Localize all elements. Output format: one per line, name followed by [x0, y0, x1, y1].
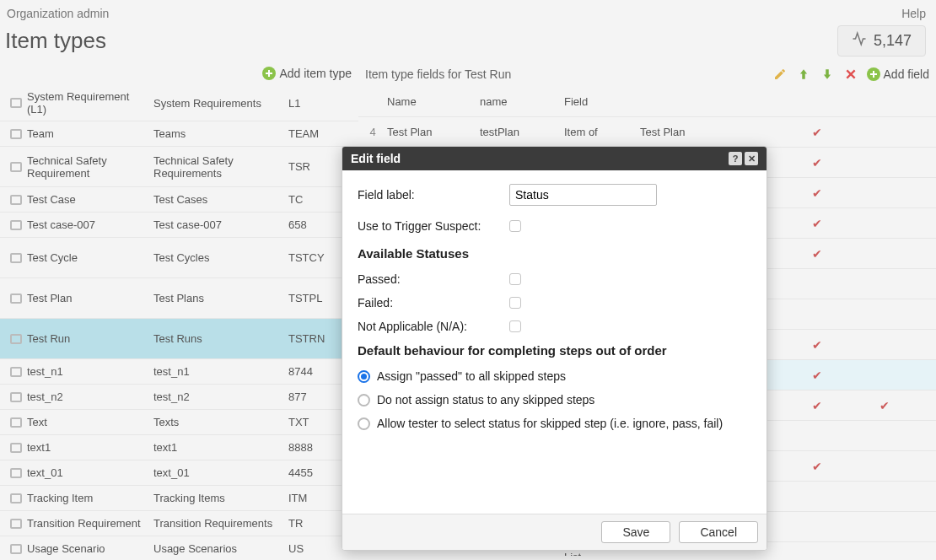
item-type-row[interactable]: Test RunTest RunsTSTRN: [0, 319, 358, 359]
item-type-key: 8744: [288, 365, 347, 378]
item-type-name: Test case-007: [27, 218, 153, 231]
item-type-row[interactable]: test_n1test_n18744: [0, 359, 358, 385]
field-check-1: ✔: [783, 217, 851, 230]
trigger-suspect-checkbox[interactable]: [509, 220, 521, 232]
counter-box[interactable]: 5,147: [837, 25, 926, 57]
item-type-row[interactable]: System Requirement (L1)System Requiremen…: [0, 85, 358, 121]
item-type-name: Test Run: [27, 332, 153, 345]
item-type-name: test_n2: [27, 390, 153, 403]
title-row: Item types 5,147: [0, 24, 936, 62]
add-item-type-button[interactable]: Add item type: [262, 67, 352, 80]
field-check-1: ✔: [783, 338, 851, 352]
radio-do-not-assign[interactable]: Do not assign status to any skipped step…: [358, 393, 751, 407]
item-type-key: TSTRN: [288, 332, 347, 345]
add-field-label: Add field: [884, 67, 929, 81]
item-type-row[interactable]: test_n2test_n2877: [0, 385, 358, 410]
item-type-plural: test_n2: [153, 390, 288, 403]
item-type-name: text_01: [27, 466, 153, 479]
item-type-icon: [5, 493, 27, 503]
item-type-key: US: [288, 542, 347, 555]
page-title: Item types: [5, 28, 106, 54]
item-type-row[interactable]: TeamTeamsTEAM: [0, 121, 358, 147]
item-type-icon: [5, 293, 27, 304]
item-type-icon: [5, 98, 27, 108]
item-type-key: TR: [288, 517, 347, 530]
item-type-row[interactable]: Usage ScenarioUsage ScenariosUS: [0, 536, 358, 556]
item-type-name: text1: [27, 441, 153, 454]
item-type-plural: text1: [153, 441, 288, 454]
plus-icon: [262, 67, 276, 80]
item-type-name: System Requirement (L1): [27, 90, 153, 116]
field-unique: testPlan: [480, 126, 564, 138]
radio-icon: [358, 394, 370, 407]
arrow-up-icon[interactable]: [796, 67, 811, 82]
fields-header-label: Item type fields for Test Run: [365, 67, 511, 81]
help-icon[interactable]: ?: [729, 152, 742, 165]
status-passed-checkbox[interactable]: [509, 273, 521, 285]
item-type-row[interactable]: TextTextsTXT: [0, 410, 358, 435]
item-type-row[interactable]: Tracking ItemTracking ItemsITM: [0, 486, 358, 511]
item-type-icon: [5, 468, 27, 478]
item-type-plural: Test case-007: [153, 218, 288, 231]
modal-titlebar[interactable]: Edit field ? ✕: [342, 147, 767, 170]
field-label-label: Field label:: [358, 188, 509, 202]
item-type-key: TSTCY: [288, 251, 347, 264]
item-type-plural: Technical Safety Requirements: [153, 154, 288, 180]
item-type-icon: [5, 392, 27, 402]
help-link[interactable]: Help: [901, 7, 926, 20]
item-type-row[interactable]: Test PlanTest PlansTSTPL: [0, 278, 358, 319]
item-type-icon: [5, 334, 27, 344]
radio-label: Assign "passed" to all skipped steps: [377, 369, 566, 383]
radio-allow-select[interactable]: Allow tester to select status for skippe…: [358, 417, 751, 430]
status-failed-label: Failed:: [358, 296, 509, 310]
item-type-icon: [5, 220, 27, 230]
item-type-row[interactable]: text_01text_014455: [0, 460, 358, 486]
arrow-down-icon[interactable]: [820, 67, 835, 82]
cancel-button[interactable]: Cancel: [679, 521, 758, 543]
radio-assign-passed[interactable]: Assign "passed" to all skipped steps: [358, 369, 751, 383]
add-field-button[interactable]: Add field: [867, 67, 929, 81]
radio-icon: [358, 370, 370, 383]
item-type-key: ITM: [288, 492, 347, 504]
item-type-row[interactable]: Test case-007Test case-007658: [0, 213, 358, 238]
item-type-row[interactable]: Test CycleTest CyclesTSTCY: [0, 238, 358, 278]
item-type-plural: Usage Scenarios: [153, 542, 288, 555]
field-check-1: ✔: [783, 186, 851, 200]
item-type-plural: Teams: [153, 127, 288, 140]
item-type-plural: System Requirements: [153, 97, 288, 110]
status-na-checkbox[interactable]: [509, 320, 521, 332]
save-button[interactable]: Save: [601, 521, 670, 543]
field-row[interactable]: 4Test PlantestPlanItem ofTest Plan✔: [358, 117, 936, 148]
plus-icon: [867, 67, 880, 81]
field-row[interactable]: NamenameField: [358, 87, 936, 117]
counter-value: 5,147: [874, 32, 912, 50]
status-failed-checkbox[interactable]: [509, 297, 521, 309]
field-type: List: [564, 551, 640, 556]
field-check-1: ✔: [783, 156, 851, 170]
item-type-plural: Test Cycles: [153, 251, 288, 264]
item-type-row[interactable]: Transition RequirementTransition Require…: [0, 511, 358, 536]
field-label-input[interactable]: [509, 184, 657, 206]
field-check-1: ✔: [783, 126, 851, 139]
item-type-plural: Test Runs: [153, 332, 288, 345]
item-type-icon: [5, 162, 27, 172]
item-type-key: TC: [288, 193, 347, 206]
item-type-icon: [5, 129, 27, 139]
available-statuses-header: Available Statuses: [358, 246, 751, 261]
item-type-name: Test Case: [27, 193, 153, 206]
trigger-suspect-label: Use to Trigger Suspect:: [358, 219, 509, 233]
radio-label: Allow tester to select status for skippe…: [377, 417, 723, 430]
activity-icon: [852, 31, 867, 51]
edit-icon[interactable]: [772, 67, 788, 82]
item-type-icon: [5, 253, 27, 263]
item-type-row[interactable]: Technical Safety RequirementTechnical Sa…: [0, 147, 358, 187]
delete-icon[interactable]: [843, 67, 858, 82]
item-type-row[interactable]: Test CaseTest CasesTC: [0, 187, 358, 213]
item-type-name: Test Cycle: [27, 251, 153, 264]
close-icon[interactable]: ✕: [745, 152, 758, 165]
item-type-row[interactable]: text1text18888: [0, 435, 358, 460]
item-type-icon: [5, 367, 27, 377]
breadcrumb[interactable]: Organization admin: [7, 7, 109, 20]
field-index: 4: [358, 126, 387, 138]
item-type-plural: text_01: [153, 466, 288, 479]
